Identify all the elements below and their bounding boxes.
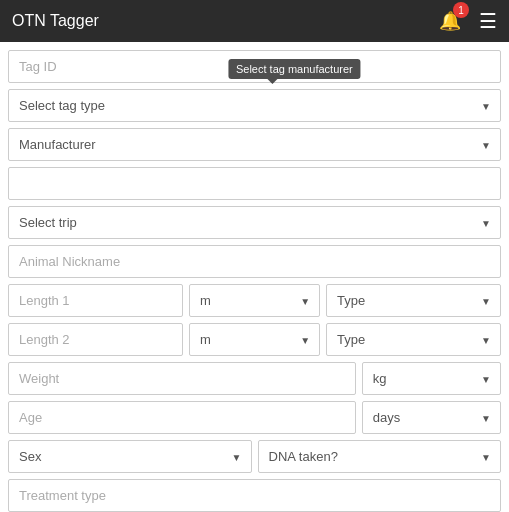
age-unit-select[interactable]: days [362, 401, 501, 434]
age-unit-select-wrapper: days [362, 401, 501, 434]
length1-unit-select-wrapper: m [189, 284, 320, 317]
trip-select[interactable]: Select trip [8, 206, 501, 239]
weight-input-wrap [8, 362, 356, 395]
age-row: days [8, 401, 501, 434]
length2-row: m Type [8, 323, 501, 356]
dna-select-wrapper: DNA taken? [258, 440, 502, 473]
length2-unit-select-wrapper: m [189, 323, 320, 356]
blank-field-input[interactable] [8, 167, 501, 200]
tag-type-select[interactable]: Select tag type [8, 89, 501, 122]
sex-select-wrapper: Sex [8, 440, 252, 473]
tag-type-container: Select tag manufacturer Select tag type [8, 89, 501, 122]
length1-row: m Type [8, 284, 501, 317]
length1-unit-select[interactable]: m [189, 284, 320, 317]
app-title: OTN Tagger [12, 12, 99, 30]
length2-input[interactable] [8, 323, 183, 356]
main-form: Select tag manufacturer Select tag type … [0, 42, 509, 512]
length2-type-select[interactable]: Type [326, 323, 501, 356]
length2-input-wrap [8, 323, 183, 356]
trip-select-wrapper: Select trip [8, 206, 501, 239]
weight-unit-select[interactable]: kg [362, 362, 501, 395]
header-actions: 🔔 1 ☰ [439, 9, 497, 33]
treatment-type-input[interactable] [8, 479, 501, 512]
length1-input-wrap [8, 284, 183, 317]
sex-dna-row: Sex DNA taken? [8, 440, 501, 473]
length2-unit-select[interactable]: m [189, 323, 320, 356]
tag-id-input[interactable] [8, 50, 501, 83]
length1-input[interactable] [8, 284, 183, 317]
tag-type-select-wrapper: Select tag type [8, 89, 501, 122]
length1-type-select[interactable]: Type [326, 284, 501, 317]
age-input[interactable] [8, 401, 356, 434]
notification-count: 1 [453, 2, 469, 18]
hamburger-menu-icon[interactable]: ☰ [479, 9, 497, 33]
app-header: OTN Tagger 🔔 1 ☰ [0, 0, 509, 42]
weight-unit-select-wrapper: kg [362, 362, 501, 395]
notification-badge[interactable]: 🔔 1 [439, 10, 461, 32]
length2-type-select-wrapper: Type [326, 323, 501, 356]
manufacturer-select[interactable]: Manufacturer [8, 128, 501, 161]
weight-input[interactable] [8, 362, 356, 395]
animal-nickname-input[interactable] [8, 245, 501, 278]
weight-row: kg [8, 362, 501, 395]
length1-type-select-wrapper: Type [326, 284, 501, 317]
dna-select[interactable]: DNA taken? [258, 440, 502, 473]
sex-select[interactable]: Sex [8, 440, 252, 473]
manufacturer-select-wrapper: Manufacturer [8, 128, 501, 161]
age-input-wrap [8, 401, 356, 434]
